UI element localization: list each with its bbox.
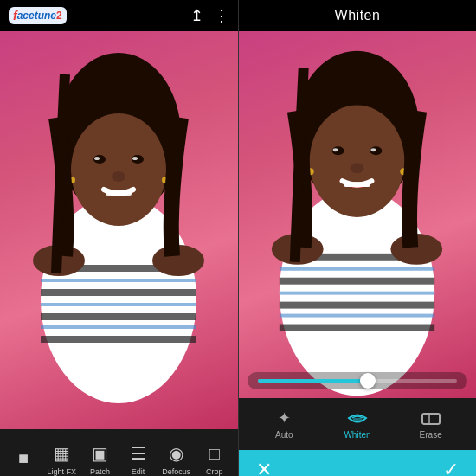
- svg-point-17: [112, 171, 125, 182]
- svg-point-12: [71, 113, 166, 226]
- crop-icon: □: [209, 444, 220, 464]
- svg-rect-27: [280, 292, 434, 295]
- unknown-tool-icon: ■: [18, 448, 29, 468]
- svg-rect-6: [41, 303, 196, 306]
- left-photo-area: [0, 31, 238, 429]
- more-options-icon[interactable]: ⋮: [214, 6, 229, 25]
- panels: f acetune 2 ↥ ⋮: [0, 0, 476, 476]
- svg-rect-30: [280, 325, 434, 331]
- light-fx-label: Light FX: [47, 467, 76, 476]
- svg-point-33: [310, 105, 405, 217]
- auto-label: Auto: [275, 430, 293, 440]
- left-toolbar: ■ ▦ Light FX ▣ Patch ☰ Edit ◉ Defocus: [0, 429, 238, 476]
- auto-icon: ✦: [278, 408, 291, 428]
- tool-item-light-fx[interactable]: ▦ Light FX: [44, 443, 79, 476]
- svg-rect-7: [41, 313, 196, 320]
- patch-icon: ▣: [92, 443, 108, 464]
- logo-box: f acetune 2: [9, 7, 67, 24]
- download-icon[interactable]: ↥: [190, 6, 203, 25]
- svg-rect-9: [41, 336, 196, 343]
- whiten-label: Whiten: [344, 430, 370, 440]
- slider-fill: [258, 379, 368, 383]
- tool-item-crop[interactable]: □ Crop: [197, 444, 232, 476]
- left-header: f acetune 2 ↥ ⋮: [0, 0, 238, 31]
- erase-label: Erase: [420, 430, 442, 440]
- right-person-photo: [239, 31, 476, 398]
- svg-point-15: [94, 157, 100, 160]
- tool-item-unknown[interactable]: ■: [6, 448, 41, 472]
- right-panel: Whiten: [238, 0, 476, 476]
- svg-rect-28: [280, 302, 434, 309]
- bottom-action-bar: ✕ ✓: [239, 450, 476, 476]
- right-tools: ✦ Auto Whiten: [239, 398, 476, 450]
- svg-rect-18: [106, 190, 132, 196]
- logo-text: acetune: [17, 10, 56, 22]
- header-icons: ↥ ⋮: [190, 6, 229, 25]
- svg-rect-43: [422, 414, 440, 424]
- tool-item-defocus[interactable]: ◉ Defocus: [159, 443, 194, 476]
- svg-rect-8: [41, 325, 196, 329]
- svg-point-36: [333, 148, 338, 151]
- right-photo-area: [239, 31, 476, 398]
- left-panel: f acetune 2 ↥ ⋮: [0, 0, 238, 476]
- svg-rect-25: [280, 267, 434, 271]
- whiten-icon: [346, 408, 369, 428]
- cancel-button[interactable]: ✕: [256, 459, 272, 476]
- slider-track[interactable]: [258, 379, 457, 383]
- app-container: f acetune 2 ↥ ⋮: [0, 0, 476, 476]
- tool-item-patch[interactable]: ▣ Patch: [82, 443, 117, 476]
- svg-rect-4: [41, 279, 196, 282]
- svg-rect-42: [353, 418, 362, 421]
- tool-item-edit[interactable]: ☰ Edit: [121, 443, 156, 476]
- logo-num: 2: [56, 10, 62, 22]
- erase-icon: [421, 408, 441, 428]
- light-fx-icon: ▦: [54, 443, 70, 464]
- svg-point-16: [132, 157, 138, 160]
- svg-rect-39: [344, 182, 370, 187]
- tool-whiten[interactable]: Whiten: [333, 408, 381, 440]
- patch-label: Patch: [90, 467, 110, 476]
- left-photo-bg: [0, 31, 238, 429]
- svg-rect-29: [280, 314, 434, 318]
- logo: f acetune 2: [9, 7, 67, 24]
- edit-icon: ☰: [131, 443, 146, 464]
- svg-point-38: [351, 163, 364, 173]
- whiten-slider-overlay: [248, 372, 467, 389]
- confirm-button[interactable]: ✓: [443, 459, 459, 476]
- defocus-label: Defocus: [162, 467, 190, 476]
- defocus-icon: ◉: [169, 443, 183, 464]
- svg-rect-26: [280, 278, 434, 285]
- slider-thumb[interactable]: [360, 373, 376, 389]
- tool-erase[interactable]: Erase: [407, 408, 454, 440]
- right-header: Whiten: [239, 0, 476, 31]
- tool-auto[interactable]: ✦ Auto: [261, 408, 308, 440]
- left-person-photo: [0, 31, 238, 429]
- svg-point-37: [370, 148, 376, 151]
- svg-rect-5: [41, 289, 196, 296]
- right-photo-bg: [239, 31, 476, 398]
- edit-label: Edit: [132, 467, 145, 476]
- crop-label: Crop: [206, 467, 223, 476]
- right-panel-title: Whiten: [335, 8, 381, 23]
